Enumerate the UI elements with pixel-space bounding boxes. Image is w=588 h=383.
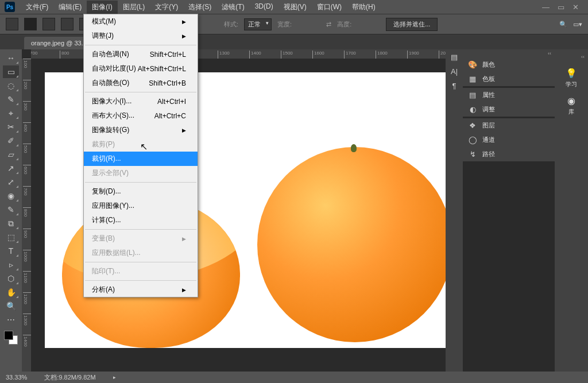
menu-文件[interactable]: 文件(F): [21, 1, 53, 14]
属性-icon: ▤: [467, 91, 478, 99]
doc-size: 文档:9.82M/9.82M: [44, 373, 95, 382]
height-label: 高度:: [337, 20, 351, 29]
menuitem-计算C[interactable]: 计算(C)...: [84, 213, 198, 227]
color-swatch[interactable]: [4, 331, 18, 345]
panel-dock-2: ‹‹ 💡学习◉库: [555, 49, 588, 372]
tool-19[interactable]: ⋯: [3, 314, 19, 326]
mode-icon-3[interactable]: [61, 18, 74, 30]
通道-icon: ◯: [467, 136, 478, 144]
panel-色板[interactable]: ▦色板: [463, 72, 555, 86]
路径-icon: ↯: [467, 150, 478, 158]
tool-0[interactable]: ↔: [3, 52, 19, 64]
menuitem-裁切R[interactable]: 裁切(R)...: [84, 152, 198, 166]
menuitem-自动颜色O[interactable]: 自动颜色(O)Shift+Ctrl+B: [84, 76, 198, 90]
menuitem-应用图像Y[interactable]: 应用图像(Y)...: [84, 199, 198, 213]
workspace-switcher-icon[interactable]: ▭▾: [573, 21, 582, 28]
色板-icon: ▦: [467, 75, 478, 83]
maximize-icon[interactable]: ▭: [558, 3, 564, 11]
image-orange-whole: [257, 147, 446, 342]
menubar: Ps 文件(F)编辑(E)图像(I)图层(L)文字(Y)选择(S)滤镜(T)3D…: [0, 0, 588, 14]
menuitem-变量B: 变量(B)▶: [84, 231, 198, 246]
tool-15[interactable]: ▹: [3, 258, 19, 271]
panel-调整[interactable]: ◐调整: [463, 102, 555, 117]
image-menu-dropdown: 模式(M)▶调整(J)▶自动色调(N)Shift+Ctrl+L自动对比度(U)A…: [83, 14, 198, 297]
颜色-icon: 🎨: [467, 60, 478, 69]
menu-3d[interactable]: 3D(D): [250, 1, 278, 14]
swap-icon[interactable]: ⇄: [326, 21, 331, 28]
panel-dock: ▤ A| ¶ ‹‹🎨颜色▦色板▤属性◐调整❖图层◯通道↯路径: [446, 49, 555, 372]
status-arrow-icon[interactable]: ▸: [113, 374, 116, 380]
minimize-icon[interactable]: ―: [542, 3, 550, 11]
width-label: 宽度:: [277, 20, 292, 29]
panel-通道[interactable]: ◯通道: [463, 133, 555, 147]
panel-属性[interactable]: ▤属性: [463, 88, 555, 102]
panel-颜色[interactable]: 🎨颜色: [463, 57, 555, 72]
mode-icon-2[interactable]: [42, 18, 55, 30]
tool-9[interactable]: ⤢: [3, 176, 19, 188]
tool-11[interactable]: ✎: [3, 203, 19, 216]
menuitem-应用数据组L: 应用数据组(L)...: [84, 246, 198, 260]
ruler-vertical: 1002003004005006007008009001000110012001…: [22, 59, 31, 372]
status-bar: 33.33% 文档:9.82M/9.82M ▸: [0, 372, 588, 383]
menuitem-裁剪P: 裁剪(P): [84, 137, 198, 152]
menu-视图[interactable]: 视图(V): [278, 1, 312, 14]
menu-滤镜[interactable]: 滤镜(T): [216, 1, 249, 14]
tool-13[interactable]: ⬚: [3, 231, 19, 243]
menuitem-显示全部V: 显示全部(V): [84, 166, 198, 180]
paragraph-icon[interactable]: ¶: [452, 82, 457, 90]
tab-学习[interactable]: 💡学习: [566, 64, 577, 92]
tool-6[interactable]: ✐: [3, 134, 19, 147]
menuitem-模式M[interactable]: 模式(M)▶: [84, 14, 198, 29]
menuitem-图像大小I[interactable]: 图像大小(I)...Alt+Ctrl+I: [84, 94, 198, 109]
tool-8[interactable]: ↗: [3, 162, 19, 175]
style-label: 样式:: [224, 20, 238, 29]
mode-icon-1[interactable]: [24, 18, 37, 30]
zoom-level[interactable]: 33.33%: [6, 374, 27, 381]
panel-路径[interactable]: ↯路径: [463, 147, 555, 161]
调整-icon: ◐: [467, 105, 478, 114]
menu-文字[interactable]: 文字(Y): [150, 1, 183, 14]
window-controls: ― ▭ ✕: [542, 3, 583, 11]
collapsed-panel-icons: ▤ A| ¶: [446, 49, 463, 372]
collapse-icon[interactable]: ‹‹: [463, 49, 555, 57]
panel-图层[interactable]: ❖图层: [463, 118, 555, 133]
close-icon[interactable]: ✕: [572, 3, 579, 11]
tool-17[interactable]: ✋: [3, 286, 19, 299]
app-icon: Ps: [5, 2, 15, 12]
menuitem-分析A[interactable]: 分析(A)▶: [84, 283, 198, 297]
tool-7[interactable]: ▱: [3, 148, 19, 161]
tab-title: orange.jpeg @ 33...: [31, 40, 87, 47]
menu-窗口[interactable]: 窗口(W): [312, 1, 347, 14]
tool-5[interactable]: ✂: [3, 121, 19, 133]
menu-图像[interactable]: 图像(I): [87, 1, 117, 14]
menuitem-图像旋转G[interactable]: 图像旋转(G)▶: [84, 123, 198, 137]
menuitem-画布大小S[interactable]: 画布大小(S)...Alt+Ctrl+C: [84, 109, 198, 123]
tool-14[interactable]: T: [3, 245, 19, 257]
tab-库[interactable]: ◉库: [566, 92, 577, 119]
tool-4[interactable]: ⌖: [3, 107, 19, 119]
align-icon[interactable]: A|: [451, 67, 458, 76]
tool-3[interactable]: ✎: [3, 93, 19, 106]
style-select[interactable]: 正常: [244, 18, 272, 30]
menu-选择[interactable]: 选择(S): [183, 1, 216, 14]
menuitem-自动对比度U[interactable]: 自动对比度(U)Alt+Shift+Ctrl+L: [84, 61, 198, 76]
search-icon[interactable]: 🔍: [559, 21, 567, 28]
tool-12[interactable]: ⧉: [3, 217, 19, 230]
menuitem-复制D[interactable]: 复制(D)...: [84, 184, 198, 199]
menu-编辑[interactable]: 编辑(E): [53, 1, 87, 14]
menu-帮助[interactable]: 帮助(H): [347, 1, 381, 14]
menuitem-陷印T: 陷印(T)...: [84, 264, 198, 278]
tool-preset-icon[interactable]: [6, 18, 18, 30]
tool-18[interactable]: 🔍: [3, 300, 19, 312]
tool-10[interactable]: ◉: [3, 189, 19, 202]
menuitem-自动色调N[interactable]: 自动色调(N)Shift+Ctrl+L: [84, 47, 198, 61]
tool-1[interactable]: ▭: [3, 65, 19, 78]
tool-16[interactable]: ⬡: [3, 272, 19, 285]
menu-图层[interactable]: 图层(L): [118, 1, 150, 14]
collapse-icon[interactable]: ‹‹: [555, 53, 588, 61]
menuitem-调整J[interactable]: 调整(J)▶: [84, 29, 198, 43]
tools-panel: ↔▭◌✎⌖✂✐▱↗⤢◉✎⧉⬚T▹⬡✋🔍⋯: [0, 49, 22, 372]
history-icon[interactable]: ▤: [451, 53, 458, 61]
tool-2[interactable]: ◌: [3, 79, 19, 92]
select-and-mask-button[interactable]: 选择并遮住...: [386, 18, 438, 31]
